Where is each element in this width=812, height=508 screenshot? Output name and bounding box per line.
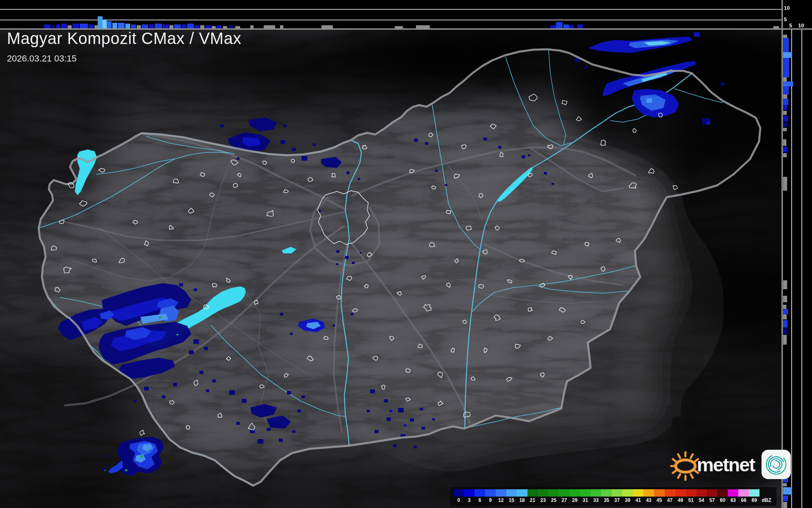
echo-patch <box>319 210 321 212</box>
echo-patch <box>484 138 487 141</box>
top-profile-block <box>149 24 154 29</box>
sun-icon <box>670 446 700 482</box>
echo-patch <box>292 148 296 151</box>
legend-unit-label: dBZ <box>759 497 773 503</box>
legend-tick-label: 23 <box>538 497 549 503</box>
echo-patch <box>302 396 305 398</box>
legend-tick-label: 45 <box>654 497 665 503</box>
legend-color-swatch <box>475 489 485 497</box>
legend-color-swatch <box>485 489 496 497</box>
legend-segment: 27 <box>559 489 569 503</box>
legend-color-swatch <box>696 489 707 497</box>
legend-segment: 21 <box>527 489 538 503</box>
right-profile-block <box>783 35 787 38</box>
legend-tick-label: 3 <box>464 497 475 503</box>
right-profile-block <box>783 296 787 302</box>
right-profile-block <box>783 502 787 508</box>
top-profile-block <box>80 24 88 29</box>
echo-patch <box>384 399 388 402</box>
legend-segment: 60 <box>717 489 728 503</box>
echo-patch <box>367 410 370 412</box>
legend-tick-label: 21 <box>527 497 538 503</box>
echo-patch <box>177 334 179 336</box>
top-profile-block <box>107 21 112 29</box>
metnet-logo: metnet <box>670 446 791 482</box>
legend-tick-label: 57 <box>707 497 718 503</box>
top-profile-block <box>174 24 181 29</box>
echo-patch <box>358 178 360 180</box>
top-profile-block <box>773 26 779 29</box>
echo-patch <box>283 125 287 127</box>
legend-tick-label: 9 <box>485 497 496 503</box>
legend-color-swatch <box>506 489 517 497</box>
top-profile-block <box>187 24 194 29</box>
legend-segment: 33 <box>591 489 601 503</box>
echo-patch <box>236 422 240 425</box>
echo-patch <box>422 427 425 430</box>
top-profile-block <box>223 26 227 29</box>
echo-patch <box>410 418 414 422</box>
legend-segment: 43 <box>643 489 654 503</box>
right-profile-block <box>783 38 789 52</box>
legend-segment: 54 <box>696 489 707 503</box>
top-profile-block <box>205 25 211 29</box>
legend-tick-label: 47 <box>665 497 675 503</box>
right-profile-block <box>783 153 787 157</box>
legend-color-swatch <box>559 489 569 497</box>
top-profile-block <box>112 23 117 29</box>
right-profile-block <box>783 116 788 121</box>
legend-color-swatch <box>569 489 580 497</box>
legend-color-swatch <box>665 489 675 497</box>
legend-color-swatch <box>749 489 759 497</box>
echo-patch <box>173 383 177 386</box>
legend-segment: 41 <box>633 489 643 503</box>
echo-patch <box>706 121 710 125</box>
echo-patch <box>159 317 161 319</box>
echo-patch <box>229 390 235 395</box>
echo-patch <box>374 430 379 433</box>
dbz-legend: 0369121518212325272931333537394143454749… <box>450 487 777 506</box>
legend-tick-label: 31 <box>580 497 591 503</box>
echo-patch <box>212 380 216 383</box>
echo-patch <box>220 125 224 128</box>
echo-patch <box>414 139 418 142</box>
top-profile-block <box>577 24 583 29</box>
echo-patch <box>360 252 362 254</box>
legend-segment: 9 <box>485 489 496 503</box>
echo-patch <box>694 32 700 37</box>
echo-patch <box>498 146 501 148</box>
legend-color-swatch <box>453 489 464 497</box>
legend-tick-label: 37 <box>612 497 622 503</box>
right-profile-block <box>783 495 788 501</box>
top-axis-5km-label: 5 <box>784 17 787 22</box>
right-profile-strip <box>782 0 812 508</box>
right-profile-block <box>783 280 787 289</box>
echo-patch <box>287 391 291 394</box>
top-profile-block <box>182 24 186 29</box>
legend-segment: 63 <box>728 489 738 503</box>
echo-patch <box>193 339 199 344</box>
legend-segment: 45 <box>654 489 665 503</box>
right-profile-block <box>783 335 787 345</box>
top-profile-block <box>569 25 574 29</box>
legend-color-swatch <box>527 489 538 497</box>
right-profile-block <box>783 111 787 115</box>
legend-tick-label: 6 <box>475 497 485 503</box>
legend-color-swatch <box>707 489 718 497</box>
echo-patch <box>393 444 397 447</box>
echo-patch <box>134 400 137 402</box>
echo-patch <box>646 98 652 103</box>
legend-color-swatch <box>633 489 643 497</box>
right-profile-block <box>783 147 788 152</box>
legend-segment: 57 <box>707 489 718 503</box>
top-profile-block <box>125 24 130 29</box>
legend-segment: 0 <box>453 489 464 503</box>
legend-color-swatch <box>717 489 728 497</box>
legend-segment: 66 <box>738 489 749 503</box>
echo-patch <box>720 82 724 86</box>
echo-patch <box>522 156 525 158</box>
radar-composite-screen: Magyar Kompozit CMax / VMax 2026.03.21 0… <box>0 0 812 508</box>
echo-patch <box>189 350 194 354</box>
legend-tick-label: 35 <box>601 497 612 503</box>
legend-tick-label: 49 <box>675 497 686 503</box>
